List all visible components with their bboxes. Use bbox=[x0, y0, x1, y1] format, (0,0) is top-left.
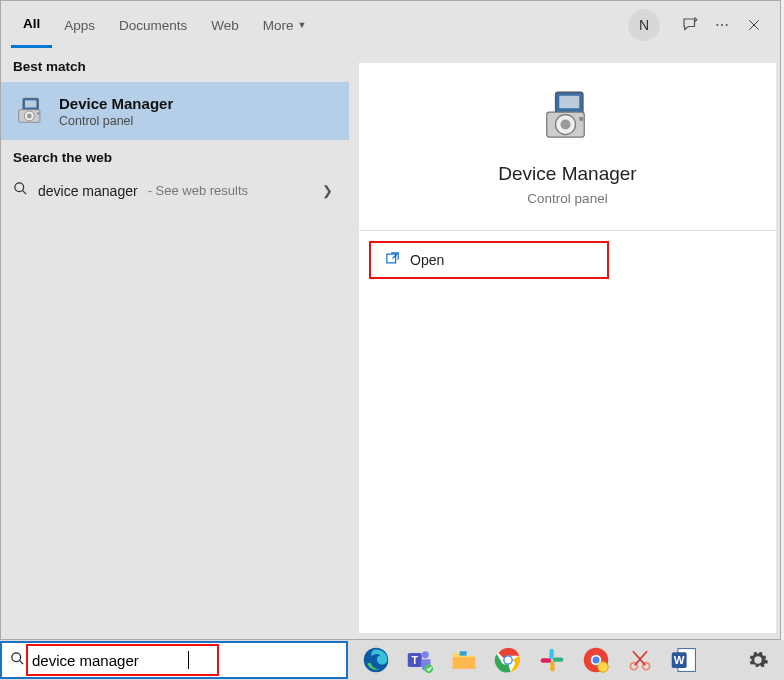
svg-point-14 bbox=[560, 120, 570, 130]
best-match-subtitle: Control panel bbox=[59, 114, 173, 128]
web-result[interactable]: device manager - See web results ❯ bbox=[1, 173, 349, 208]
search-icon bbox=[10, 651, 25, 669]
divider bbox=[359, 230, 776, 231]
svg-rect-24 bbox=[460, 651, 467, 655]
svg-point-7 bbox=[27, 113, 32, 118]
tab-web[interactable]: Web bbox=[199, 2, 251, 48]
file-explorer-icon[interactable] bbox=[444, 640, 484, 680]
device-manager-icon bbox=[13, 94, 47, 128]
slack-icon[interactable] bbox=[532, 640, 572, 680]
chevron-down-icon: ▼ bbox=[298, 20, 307, 30]
taskbar-apps: T W bbox=[348, 640, 704, 680]
results-column: Best match Device Manager Control panel … bbox=[1, 49, 349, 639]
svg-rect-28 bbox=[549, 649, 553, 660]
svg-rect-11 bbox=[559, 96, 579, 109]
svg-point-22 bbox=[424, 664, 433, 673]
svg-point-1 bbox=[721, 24, 723, 26]
more-options-icon[interactable] bbox=[706, 9, 738, 41]
word-icon[interactable]: W bbox=[664, 640, 704, 680]
chevron-right-icon: ❯ bbox=[322, 183, 333, 198]
search-input[interactable] bbox=[28, 652, 188, 669]
search-panel: All Apps Documents Web More▼ N Best matc… bbox=[0, 0, 781, 640]
tab-documents[interactable]: Documents bbox=[107, 2, 199, 48]
web-hint: - See web results bbox=[148, 183, 248, 198]
preview-title: Device Manager bbox=[359, 163, 776, 185]
chrome-icon[interactable] bbox=[488, 640, 528, 680]
feedback-icon[interactable] bbox=[674, 9, 706, 41]
preview-pane: Device Manager Control panel Open bbox=[359, 63, 776, 633]
tab-apps[interactable]: Apps bbox=[52, 2, 107, 48]
search-icon bbox=[13, 181, 28, 200]
svg-point-0 bbox=[716, 24, 718, 26]
svg-text:W: W bbox=[674, 654, 685, 666]
svg-point-9 bbox=[15, 183, 24, 192]
taskbar-search[interactable] bbox=[0, 641, 348, 679]
open-action[interactable]: Open bbox=[369, 241, 609, 279]
settings-icon[interactable] bbox=[738, 640, 778, 680]
svg-rect-31 bbox=[541, 658, 552, 662]
svg-rect-16 bbox=[387, 254, 396, 263]
svg-point-34 bbox=[593, 657, 600, 664]
svg-text:T: T bbox=[412, 654, 419, 666]
snip-icon[interactable] bbox=[620, 640, 660, 680]
svg-rect-8 bbox=[37, 112, 39, 114]
search-web-header: Search the web bbox=[1, 140, 349, 173]
teams-icon[interactable]: T bbox=[400, 640, 440, 680]
preview-subtitle: Control panel bbox=[359, 191, 776, 206]
svg-rect-15 bbox=[579, 117, 583, 121]
svg-point-27 bbox=[505, 657, 512, 664]
tab-all[interactable]: All bbox=[11, 2, 52, 48]
filter-tabs: All Apps Documents Web More▼ N bbox=[1, 1, 780, 49]
svg-point-35 bbox=[598, 662, 609, 673]
svg-rect-30 bbox=[550, 661, 554, 672]
svg-point-17 bbox=[12, 653, 21, 662]
svg-point-2 bbox=[726, 24, 728, 26]
svg-rect-4 bbox=[25, 100, 36, 107]
text-cursor bbox=[188, 651, 189, 669]
svg-rect-29 bbox=[553, 657, 564, 661]
best-match-result[interactable]: Device Manager Control panel bbox=[1, 82, 349, 140]
svg-rect-23 bbox=[453, 657, 476, 668]
best-match-header: Best match bbox=[1, 49, 349, 82]
device-manager-icon bbox=[538, 87, 598, 147]
svg-point-21 bbox=[422, 651, 429, 658]
taskbar: T W bbox=[0, 640, 784, 680]
chrome-canary-icon[interactable] bbox=[576, 640, 616, 680]
web-query: device manager bbox=[38, 183, 138, 199]
user-avatar[interactable]: N bbox=[628, 9, 660, 41]
close-icon[interactable] bbox=[738, 9, 770, 41]
edge-icon[interactable] bbox=[356, 640, 396, 680]
open-icon bbox=[385, 251, 400, 269]
best-match-title: Device Manager bbox=[59, 95, 173, 112]
tab-more[interactable]: More▼ bbox=[251, 2, 319, 48]
open-label: Open bbox=[410, 252, 444, 268]
